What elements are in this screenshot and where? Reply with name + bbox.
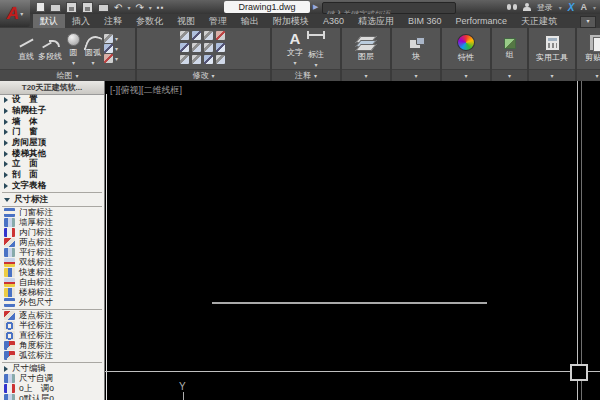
panel-layers-footer[interactable]: ▾: [342, 69, 390, 81]
dimension-button[interactable]: 标注 ▾: [306, 30, 326, 68]
radius-dim-icon: [4, 321, 15, 330]
a360-x-icon[interactable]: X: [568, 2, 575, 13]
group-button[interactable]: 组: [503, 38, 517, 60]
move-icon[interactable]: [180, 31, 189, 40]
paste-button[interactable]: 剪贴板: [584, 34, 600, 63]
panel-block-footer[interactable]: ▾: [392, 69, 440, 81]
dim-auto-adjust-icon: [4, 374, 15, 383]
undo-dropdown-icon[interactable]: ▾: [127, 4, 130, 11]
menu-group-text-table[interactable]: 文字表格: [0, 181, 104, 192]
panel-annotation-footer[interactable]: 注释▾: [272, 69, 340, 81]
layers-button[interactable]: 图层: [356, 36, 376, 62]
panel-draw-footer[interactable]: 绘图▾: [0, 69, 135, 81]
customize-qat-icon[interactable]: ▪▪: [157, 3, 165, 12]
plot-icon[interactable]: [98, 4, 109, 12]
ellipse-icon[interactable]: [104, 44, 113, 53]
tab-insert[interactable]: 插入: [65, 14, 97, 28]
menu-item-arc-chord-dim[interactable]: 弧弦标注: [0, 351, 104, 361]
hatch-icon[interactable]: [104, 54, 113, 63]
redo-icon[interactable]: ↷: [135, 3, 143, 12]
user-icon[interactable]: [523, 3, 531, 11]
panel-groups-footer[interactable]: ▾: [492, 69, 527, 81]
copy-icon[interactable]: [180, 43, 189, 52]
line-icon: [18, 36, 34, 50]
trim-icon[interactable]: [204, 31, 213, 40]
title-arrow-icon[interactable]: ▶: [313, 3, 318, 11]
arc-dropdown-icon[interactable]: ▾: [91, 59, 94, 66]
visual-style-control[interactable]: [二维线框]: [141, 85, 182, 95]
tab-default[interactable]: 默认: [33, 14, 65, 28]
tab-featured-apps[interactable]: 精选应用: [351, 14, 401, 28]
tab-parametric[interactable]: 参数化: [129, 14, 170, 28]
tab-bim360[interactable]: BIM 360: [401, 14, 449, 28]
properties-button[interactable]: 特性: [456, 34, 476, 63]
mirror-icon[interactable]: [192, 43, 201, 52]
ribbon-collapse-icon[interactable]: ▾: [580, 16, 596, 28]
block-button[interactable]: 块: [406, 36, 426, 62]
open-file-icon[interactable]: [50, 4, 61, 12]
expand-arrow-icon: [4, 108, 8, 114]
tab-output[interactable]: 输出: [234, 14, 266, 28]
panel-modify-footer[interactable]: 修改▾: [137, 69, 270, 81]
default-layer-icon: [4, 394, 15, 400]
arc-button[interactable]: 圆弧 ▾: [84, 32, 102, 66]
panel-clipboard: 剪贴板 ▾: [577, 28, 600, 81]
save-as-icon[interactable]: [82, 2, 93, 13]
ribbon: 直线 多段线 圆 ▾ 圆弧 ▾ ▾ ▾: [0, 28, 600, 81]
palette-edge-divider[interactable]: [106, 94, 107, 400]
autocad-window: ↶▾ ↷▾ ▪▪ Drawing1.dwg ▶ 登录 ▾ X A ▾ A▾ 默认…: [0, 0, 600, 400]
diameter-dim-icon: [4, 331, 15, 340]
save-icon[interactable]: [66, 2, 77, 13]
panel-properties: 特性 ▾: [442, 28, 490, 81]
circle-dropdown-icon[interactable]: ▾: [72, 59, 75, 66]
undo-icon[interactable]: ↶: [114, 3, 122, 12]
apps-dropdown-icon[interactable]: ▾: [593, 4, 596, 11]
menu-item-default-layer[interactable]: o默认层o: [0, 394, 104, 400]
drawn-horizontal-line[interactable]: [212, 302, 487, 304]
palette-title[interactable]: T20天正建筑软...: [0, 81, 104, 95]
new-file-icon[interactable]: [36, 2, 45, 12]
panel-utilities-footer[interactable]: ▾: [529, 69, 575, 81]
application-menu-button[interactable]: A▾: [0, 0, 30, 27]
sign-in-button[interactable]: 登录: [537, 2, 553, 13]
polyline-button[interactable]: 多段线: [37, 36, 63, 62]
stair-dim-icon: [4, 288, 15, 297]
sign-in-dropdown-icon[interactable]: ▾: [559, 4, 562, 11]
tab-view[interactable]: 视图: [170, 14, 202, 28]
tab-addins[interactable]: 附加模块: [266, 14, 316, 28]
panel-groups: 组 ▾: [492, 28, 527, 81]
scale-icon[interactable]: [192, 55, 201, 64]
tab-performance[interactable]: Performance: [449, 14, 515, 28]
offset-icon[interactable]: [216, 55, 225, 64]
menu-item-outer-dim[interactable]: 外包尺寸: [0, 298, 104, 308]
tab-a360[interactable]: A360: [316, 14, 351, 28]
erase-icon[interactable]: [216, 31, 225, 40]
panel-clipboard-footer[interactable]: ▾: [577, 69, 600, 81]
array-icon[interactable]: [204, 55, 213, 64]
stretch-icon[interactable]: [180, 55, 189, 64]
viewport-menu-control[interactable]: [-]: [110, 85, 118, 95]
tab-manage[interactable]: 管理: [202, 14, 234, 28]
app-store-a-icon[interactable]: A: [580, 2, 587, 12]
rectangle-icon[interactable]: [104, 34, 113, 43]
explode-icon[interactable]: [216, 43, 225, 52]
fillet-icon[interactable]: [204, 43, 213, 52]
text-button[interactable]: A 文字 ▾: [286, 31, 304, 66]
tab-tianzheng[interactable]: 天正建筑: [514, 14, 564, 28]
tab-annotate[interactable]: 注释: [97, 14, 129, 28]
view-control[interactable]: [俯视]: [118, 85, 141, 95]
redo-dropdown-icon[interactable]: ▾: [149, 4, 152, 11]
circle-button[interactable]: 圆 ▾: [65, 32, 82, 66]
adjust-up-icon: [4, 384, 15, 393]
menu-group-dimension[interactable]: 尺寸标注: [0, 194, 104, 205]
search-binoculars-icon[interactable]: [507, 4, 517, 11]
help-search-box[interactable]: [322, 2, 456, 14]
utilities-button[interactable]: 实用工具: [535, 35, 569, 63]
expand-arrow-icon: [4, 119, 8, 125]
line-button[interactable]: 直线: [17, 36, 35, 62]
panel-properties-footer[interactable]: ▾: [442, 69, 490, 81]
rotate-icon[interactable]: [192, 31, 201, 40]
drawing-canvas[interactable]: [-][俯视][二维线框] Y: [105, 81, 600, 400]
expand-arrow-icon: [4, 161, 8, 167]
drawn-vertical-line[interactable]: [581, 81, 582, 400]
